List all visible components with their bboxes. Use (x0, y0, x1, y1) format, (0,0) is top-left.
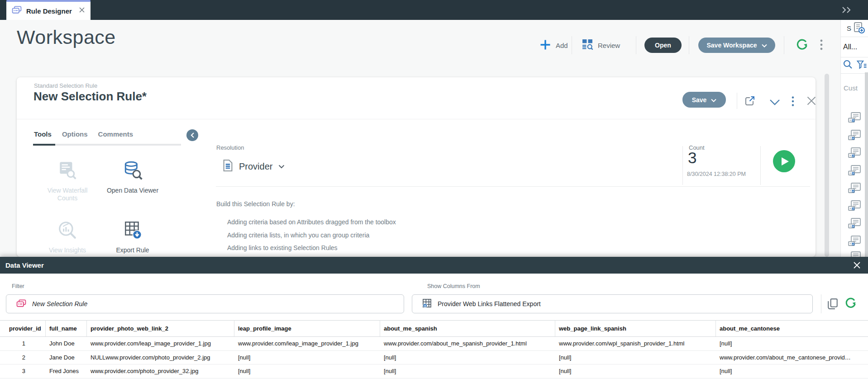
cell: Jane Doe (46, 354, 87, 361)
save-label: Save (692, 96, 707, 104)
cell: [null] (234, 368, 380, 374)
view-insights-tool: View Insights (38, 220, 97, 254)
attribute-icon[interactable] (848, 183, 862, 194)
kebab-menu-icon[interactable] (820, 39, 823, 52)
review-button[interactable]: Review (582, 38, 620, 53)
column-header[interactable]: provider_photo_web_link_2 (87, 321, 234, 336)
tab-comments[interactable]: Comments (98, 130, 134, 138)
divider (737, 93, 737, 109)
data-viewer-panel: Data Viewer Filter New Selection Rule Sh… (0, 257, 868, 383)
save-workspace-label: Save Workspace (706, 42, 757, 49)
filter-list-icon[interactable] (857, 60, 867, 71)
cell: [null] (380, 354, 555, 361)
attribute-icon[interactable] (848, 200, 862, 211)
sidebar-all-row[interactable]: All... (841, 37, 868, 57)
table-row[interactable]: 1 John Doe www.provider.com/leap_image_p… (0, 337, 868, 351)
tab-underline-track (33, 144, 181, 146)
active-tab-indicator (33, 144, 55, 146)
open-button[interactable]: Open (644, 38, 682, 53)
resolution-entity-dropdown[interactable]: Provider (223, 159, 285, 174)
table-row[interactable]: 3 Fred Jones www.provider.com/photo_prov… (0, 364, 868, 378)
divider (682, 146, 683, 185)
attribute-icon[interactable] (848, 147, 862, 158)
cell: [null] (555, 354, 716, 361)
data-viewer-table: provider_id full_name provider_photo_web… (0, 320, 868, 378)
count-timestamp: 8/30/2024 12:38:20 PM (687, 171, 746, 177)
tool-label: View Waterfall Counts (38, 187, 97, 202)
chevrons-right-icon[interactable] (841, 6, 854, 16)
build-hint: Adding criteria based on Attributes drag… (227, 218, 396, 226)
search-icon[interactable] (843, 60, 853, 71)
export-rule-icon (122, 234, 143, 242)
open-data-viewer-tool[interactable]: Open Data Viewer (103, 160, 162, 194)
main-scrollbar[interactable] (825, 74, 829, 257)
sidebar-all-label: All... (843, 43, 857, 51)
tool-label: Export Rule (103, 246, 162, 254)
copy-icon[interactable] (827, 298, 838, 312)
sidebar-top-label: S (847, 24, 851, 32)
attribute-icon[interactable] (848, 112, 862, 123)
tab-close-icon[interactable] (79, 7, 85, 15)
tool-label: View Insights (38, 246, 97, 254)
save-button[interactable]: Save (682, 92, 726, 108)
chevron-down-icon[interactable] (769, 99, 780, 107)
build-heading: Build this Selection Rule by: (216, 200, 295, 208)
divider (636, 36, 636, 54)
rule-type-label: Standard Selection Rule (34, 82, 97, 89)
cell: [null] (716, 340, 868, 347)
review-icon (582, 39, 593, 52)
tab-options[interactable]: Options (62, 130, 88, 138)
add-label: Add (556, 42, 568, 49)
run-rule-button[interactable] (773, 150, 795, 172)
rule-kebab-icon[interactable] (792, 96, 794, 109)
open-in-new-icon[interactable] (744, 95, 755, 108)
sidebar-search-row (841, 57, 868, 74)
cell: [null] (716, 368, 868, 374)
column-header[interactable]: leap_profile_image (234, 321, 380, 336)
view-waterfall-counts-tool: View Waterfall Counts (38, 160, 97, 202)
export-rule-tool[interactable]: Export Rule (103, 220, 162, 254)
attribute-icon[interactable] (848, 165, 862, 176)
cell: www.provider.com/about_me_spanish_provid… (380, 340, 555, 347)
open-label: Open (655, 42, 671, 49)
divider (689, 36, 689, 54)
tab-rule-designer[interactable]: Rule Designer (6, 0, 91, 20)
cell: Fred Jones (46, 368, 87, 374)
data-viewer-title: Data Viewer (5, 261, 44, 269)
resolution-entity-name: Provider (239, 161, 272, 172)
cell: www.provider.com/wpl_spanish_provider_1.… (555, 340, 716, 347)
column-header[interactable]: about_me_spanish (380, 321, 555, 336)
rule-close-icon[interactable] (806, 96, 816, 108)
data-viewer-close-icon[interactable] (853, 261, 861, 271)
column-header[interactable]: full_name (46, 321, 87, 336)
tab-tools[interactable]: Tools (34, 130, 52, 138)
divider (760, 146, 761, 185)
column-header[interactable]: about_me_cantonese (716, 321, 868, 336)
table-row[interactable]: 2 Jane Doe NULLwww.provider.com/photo_pr… (0, 351, 868, 365)
save-workspace-button[interactable]: Save Workspace (698, 38, 775, 53)
collapse-panel-button[interactable] (186, 129, 198, 141)
attribute-icon[interactable] (848, 218, 862, 229)
play-icon (781, 157, 789, 166)
filter-rule-icon (16, 299, 26, 309)
add-button[interactable]: Add (539, 38, 568, 53)
attribute-icon[interactable] (848, 130, 862, 141)
insights-icon (57, 234, 78, 242)
filter-value: New Selection Rule (32, 300, 87, 307)
column-header[interactable]: provider_id (0, 321, 46, 336)
cell: NULLwww.provider.com/photo_provider_2.jp… (87, 354, 234, 361)
filter-input[interactable]: New Selection Rule (6, 294, 404, 313)
show-columns-input[interactable]: Provider Web Links Flattened Export (412, 294, 813, 313)
divider (784, 36, 784, 54)
sidebar-scrollbar[interactable] (865, 72, 868, 257)
top-tab-bar: Rule Designer (0, 0, 868, 20)
refresh-icon[interactable] (796, 39, 808, 53)
divider (216, 186, 810, 187)
sidebar-sources-row[interactable]: S (841, 20, 868, 37)
attribute-icon[interactable] (848, 236, 862, 246)
cell: John Doe (46, 340, 87, 347)
column-header[interactable]: web_page_link_spanish (555, 321, 716, 336)
data-viewer-refresh-icon[interactable] (844, 298, 857, 312)
document-add-icon[interactable] (853, 22, 865, 35)
divider (17, 119, 816, 119)
